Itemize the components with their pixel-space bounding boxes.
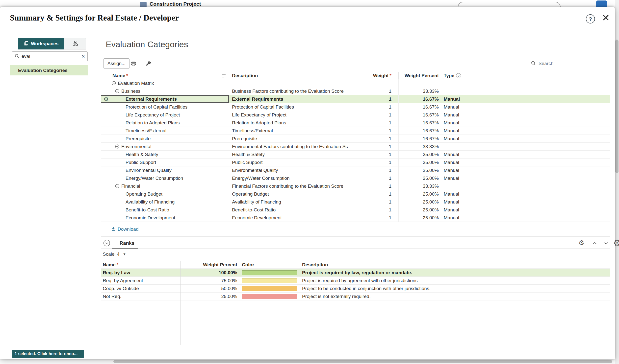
category-weight: 1: [359, 166, 399, 174]
column-header-weight[interactable]: Weight*: [359, 72, 399, 79]
table-row[interactable]: Evaluation Matrix: [101, 79, 610, 87]
download-link[interactable]: Download: [111, 226, 139, 233]
collapse-icon[interactable]: [115, 184, 119, 188]
category-name: Prerequisite: [126, 135, 151, 142]
rank-row[interactable]: Coop. w/ Outside 50.00% Project to be co…: [101, 285, 610, 293]
category-type: Manual: [441, 135, 610, 142]
category-type: Manual: [441, 127, 610, 135]
chevron-up-icon[interactable]: [592, 240, 598, 247]
table-row[interactable]: Protection of Capital Facilities Protect…: [101, 103, 610, 111]
table-row[interactable]: Business Business Factors contributing t…: [101, 87, 610, 95]
rank-row[interactable]: Not Req. 25.00% Project is not externall…: [101, 293, 610, 300]
category-weight: 1: [359, 159, 399, 166]
column-header-weight-percent[interactable]: Weight Percent: [399, 72, 441, 79]
type-help-icon[interactable]: ?: [456, 73, 461, 78]
category-weight-percent: 25.00%: [399, 166, 441, 174]
table-row[interactable]: Benefit-to-Cost Ratio Benefit-to-Cost Ra…: [101, 206, 610, 214]
collapse-icon[interactable]: [115, 89, 119, 93]
category-name: Availability of Financing: [126, 198, 175, 206]
table-row[interactable]: Environmental Quality Environmental Qual…: [101, 166, 610, 174]
category-weight: [359, 79, 399, 87]
category-name: Benefit-to-Cost Ratio: [126, 206, 169, 214]
table-row[interactable]: Relation to Adopted Plans Relation to Ad…: [101, 119, 610, 127]
table-row[interactable]: Public Support Public Support 1 25.00% M…: [101, 159, 610, 166]
category-type: Manual: [441, 214, 610, 222]
table-row[interactable]: Life Expectancy of Project Life Expectan…: [101, 111, 610, 119]
table-row[interactable]: ⚙ External Requirements External Require…: [101, 95, 610, 103]
project-icon: [140, 2, 147, 7]
sidebar-item-evaluation-categories[interactable]: Evaluation Categories: [10, 65, 88, 75]
table-row[interactable]: Environmental Environmental Factors cont…: [101, 143, 610, 151]
category-weight: 1: [359, 135, 399, 142]
collapse-icon[interactable]: [115, 144, 119, 149]
assign-button[interactable]: Assign...: [103, 58, 129, 69]
table-row[interactable]: Economic Development Economic Developmen…: [101, 214, 610, 222]
category-name: Economic Development: [126, 214, 175, 222]
collapse-ranks-icon[interactable]: [103, 240, 110, 247]
row-gear-icon[interactable]: ⚙: [104, 95, 108, 103]
category-name: Environmental: [121, 143, 151, 150]
ranks-separator: [101, 236, 610, 237]
rank-row[interactable]: Req. by Law 100.00% Project is required …: [101, 269, 610, 277]
table-row[interactable]: Financial Financial Factors contributing…: [101, 182, 610, 190]
table-row[interactable]: Operating Budget Operating Budget 1 25.0…: [101, 190, 610, 198]
scrollbar-thumb[interactable]: [615, 40, 619, 173]
print-icon[interactable]: [130, 60, 137, 67]
collapse-icon[interactable]: [112, 81, 116, 85]
table-row[interactable]: Timeliness/External Timeliness/External …: [101, 127, 610, 135]
category-weight: 1: [359, 182, 399, 190]
rank-weight-percent: 50.00%: [180, 285, 239, 293]
ranks-column-description[interactable]: Description: [300, 261, 610, 269]
rank-weight-percent: 25.00%: [180, 293, 239, 300]
help-icon[interactable]: ?: [586, 14, 595, 23]
chevron-down-icon[interactable]: [603, 240, 609, 247]
ranks-gear-icon[interactable]: ⚙: [578, 239, 584, 247]
selection-status-button[interactable]: 1 selected. Click here to remo...: [12, 350, 84, 358]
rank-description: Project is required by agreement with ot…: [300, 277, 610, 285]
color-swatch: [242, 286, 297, 291]
category-description: Prerequisite: [229, 135, 359, 142]
category-weight: 1: [359, 103, 399, 111]
column-header-type[interactable]: Type?: [441, 72, 610, 79]
category-weight: 1: [359, 174, 399, 182]
table-row[interactable]: Energy/Water Consumption Energy/Water Co…: [101, 174, 610, 182]
wrench-icon[interactable]: [145, 60, 152, 67]
column-header-description[interactable]: Description: [229, 72, 359, 79]
category-weight-percent: 25.00%: [399, 206, 441, 214]
table-search: [529, 58, 610, 69]
category-name: Environmental Quality: [126, 166, 172, 174]
category-name: Evaluation Matrix: [118, 79, 154, 87]
table-row[interactable]: Prerequisite Prerequisite 1 16.67% Manua…: [101, 135, 610, 143]
tab-workspaces[interactable]: Workspaces: [18, 38, 64, 49]
floating-gear-icon[interactable]: ⚙: [613, 238, 619, 248]
category-name: Protection of Capital Facilities: [126, 103, 187, 111]
ranks-table: Name* Weight Percent Color Description R…: [101, 261, 610, 300]
category-description: Availability of Financing: [229, 198, 359, 206]
horizontal-scrollbar[interactable]: [113, 360, 612, 363]
table-row[interactable]: Health & Safety Health & Safety 1 25.00%…: [101, 151, 610, 159]
category-description: Environmental Factors contributing to th…: [229, 143, 359, 150]
color-swatch: [242, 270, 297, 275]
category-type: Manual: [441, 206, 610, 214]
close-icon[interactable]: ×: [602, 11, 609, 24]
category-weight-percent: [399, 79, 441, 87]
category-type: Manual: [441, 159, 610, 166]
tab-hierarchy[interactable]: [64, 38, 86, 49]
ranks-section-title[interactable]: Ranks: [120, 240, 134, 247]
scale-dropdown[interactable]: 4 ▾: [114, 250, 128, 258]
tab-workspaces-label: Workspaces: [31, 41, 59, 46]
vertical-scrollbar[interactable]: [615, 0, 619, 364]
table-search-input[interactable]: [539, 61, 608, 66]
category-type: Manual: [441, 174, 610, 182]
column-header-name[interactable]: Name*: [101, 72, 229, 79]
sidebar-search-input[interactable]: [22, 54, 81, 59]
workspaces-icon: [24, 41, 29, 47]
ranks-column-weight-percent[interactable]: Weight Percent: [180, 261, 239, 269]
category-description: Economic Development: [229, 214, 359, 222]
ranks-column-color[interactable]: Color: [239, 261, 300, 269]
table-row[interactable]: Availability of Financing Availability o…: [101, 198, 610, 206]
category-weight: 1: [359, 206, 399, 214]
clear-search-icon[interactable]: ×: [81, 53, 85, 59]
rank-row[interactable]: Req. by Agreement 75.00% Project is requ…: [101, 277, 610, 285]
ranks-column-name[interactable]: Name*: [101, 261, 180, 269]
